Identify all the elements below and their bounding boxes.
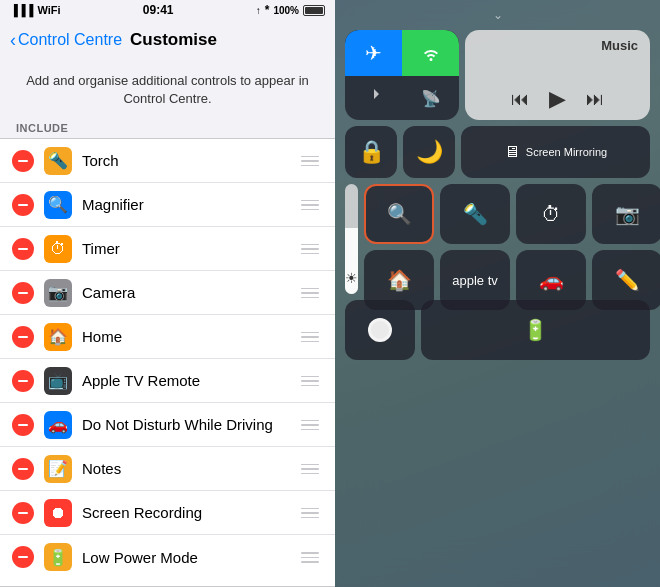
- remove-dnd-driving-button[interactable]: [12, 414, 34, 436]
- torch-tile[interactable]: 🔦: [440, 184, 510, 244]
- cc-content: ⌄ ✈ 📡 Music ⏮: [335, 0, 660, 587]
- remove-home-button[interactable]: [12, 326, 34, 348]
- back-button[interactable]: ‹ Control Centre: [10, 30, 122, 51]
- list-item-appletv: 📺Apple TV Remote: [0, 359, 335, 403]
- music-controls: ⏮ ▶ ⏭: [477, 86, 638, 112]
- dnd-driving-drag-handle[interactable]: [297, 416, 323, 435]
- bluetooth-icon: *: [265, 3, 270, 17]
- bluetooth-toggle-button[interactable]: [345, 76, 402, 120]
- list-item-timer: ⏱Timer: [0, 227, 335, 271]
- magnifier-label: Magnifier: [82, 196, 287, 213]
- camera-icon: 📷: [44, 279, 72, 307]
- screen-mirroring-button[interactable]: 🖥 Screen Mirroring: [461, 126, 650, 178]
- remove-notes-button[interactable]: [12, 458, 34, 480]
- grid-row-a: 🔍 🔦 ⏱ 📷: [364, 184, 660, 244]
- list-item-home: 🏠Home: [0, 315, 335, 359]
- magnifier-icon: 🔍: [44, 191, 72, 219]
- remove-torch-button[interactable]: [12, 150, 34, 172]
- rotation-lock-button[interactable]: 🔒: [345, 126, 397, 178]
- screen-recording-label: Screen Recording: [82, 504, 287, 521]
- screen-mirroring-label: Screen Mirroring: [526, 146, 607, 158]
- prev-track-icon[interactable]: ⏮: [511, 89, 529, 110]
- dnd-driving-label: Do Not Disturb While Driving: [82, 416, 287, 433]
- cellular-button[interactable]: 📡: [402, 76, 459, 120]
- do-not-disturb-button[interactable]: 🌙: [403, 126, 455, 178]
- back-label[interactable]: Control Centre: [18, 31, 122, 49]
- low-power-tile[interactable]: 🔋: [421, 300, 650, 360]
- status-signal: ▐▐▐ WiFi: [10, 4, 61, 16]
- cc-row-2: 🔒 🌙 🖥 Screen Mirroring: [345, 126, 650, 178]
- grid-tiles-middle: 🔍 🔦 ⏱ 📷 🏠 apple tv 🚗 ✏️: [364, 184, 660, 294]
- brightness-icon: ☀: [345, 270, 358, 286]
- screen-mirror-icon: 🖥: [504, 143, 520, 161]
- status-right: ↑ * 100%: [256, 3, 325, 17]
- wifi-icon: WiFi: [37, 4, 60, 16]
- home-icon: 🏠: [44, 323, 72, 351]
- signal-icon: ▐▐▐: [10, 4, 33, 16]
- home-drag-handle[interactable]: [297, 328, 323, 347]
- list-item-notes: 📝Notes: [0, 447, 335, 491]
- wifi-toggle-button[interactable]: [402, 30, 459, 76]
- next-track-icon[interactable]: ⏭: [586, 89, 604, 110]
- magnifier-drag-handle[interactable]: [297, 196, 323, 215]
- list-item-camera: 📷Camera: [0, 271, 335, 315]
- airplane-mode-button[interactable]: ✈: [345, 30, 402, 76]
- timer-icon: ⏱: [44, 235, 72, 263]
- magnifier-tile[interactable]: 🔍: [364, 184, 434, 244]
- timer-tile[interactable]: ⏱: [516, 184, 586, 244]
- play-button[interactable]: ▶: [549, 86, 566, 112]
- notes-drag-handle[interactable]: [297, 460, 323, 479]
- page-title: Customise: [130, 30, 217, 50]
- appletv-drag-handle[interactable]: [297, 372, 323, 391]
- timer-drag-handle[interactable]: [297, 240, 323, 259]
- controls-list: 🔦Torch🔍Magnifier⏱Timer📷Camera🏠Home📺Apple…: [0, 138, 335, 587]
- cc-chevron: ⌄: [493, 8, 503, 22]
- home-label: Home: [82, 328, 287, 345]
- music-title-label: Music: [477, 38, 638, 53]
- cc-row-1: ✈ 📡 Music ⏮ ▶ ⏭: [345, 30, 650, 120]
- notes-label: Notes: [82, 460, 287, 477]
- back-chevron-icon: ‹: [10, 30, 16, 51]
- screen-recording-icon: ⏺: [44, 499, 72, 527]
- remove-low-power-button[interactable]: [12, 546, 34, 568]
- camera-drag-handle[interactable]: [297, 284, 323, 303]
- low-power-drag-handle[interactable]: [297, 548, 323, 567]
- remove-magnifier-button[interactable]: [12, 194, 34, 216]
- battery-body: [303, 5, 325, 16]
- arrow-icon: ↑: [256, 5, 261, 16]
- timer-label: Timer: [82, 240, 287, 257]
- screen-recording-drag-handle[interactable]: [297, 504, 323, 523]
- appletv-label: Apple TV Remote: [82, 372, 287, 389]
- list-item-screen-recording: ⏺Screen Recording: [0, 491, 335, 535]
- camera-tile[interactable]: 📷: [592, 184, 660, 244]
- torch-label: Torch: [82, 152, 287, 169]
- low-power-label: Low Power Mode: [82, 549, 287, 566]
- status-bar: ▐▐▐ WiFi 09:41 ↑ * 100%: [0, 0, 335, 20]
- remove-screen-recording-button[interactable]: [12, 502, 34, 524]
- low-power-icon: 🔋: [44, 543, 72, 571]
- list-item-torch: 🔦Torch: [0, 139, 335, 183]
- remove-camera-button[interactable]: [12, 282, 34, 304]
- music-tile[interactable]: Music ⏮ ▶ ⏭: [465, 30, 650, 120]
- status-time: 09:41: [143, 3, 174, 17]
- remove-timer-button[interactable]: [12, 238, 34, 260]
- section-header-include: INCLUDE: [0, 116, 335, 138]
- screen-record-tile[interactable]: [345, 300, 415, 360]
- nav-bar: ‹ Control Centre Customise: [0, 20, 335, 60]
- appletv-icon: 📺: [44, 367, 72, 395]
- remove-appletv-button[interactable]: [12, 370, 34, 392]
- battery-icon: 100%: [273, 5, 299, 16]
- cc-row-4: 🔋: [345, 300, 650, 360]
- page-description: Add and organise additional controls to …: [0, 60, 335, 116]
- list-item-dnd-driving: 🚗Do Not Disturb While Driving: [0, 403, 335, 447]
- cc-row-3: ☀ 🔍 🔦 ⏱ 📷 🏠 apple tv 🚗 ✏️: [345, 184, 650, 294]
- record-inner-icon: [368, 318, 392, 342]
- brightness-slider[interactable]: ☀: [345, 184, 358, 294]
- torch-drag-handle[interactable]: [297, 152, 323, 171]
- right-panel: ⌄ ✈ 📡 Music ⏮: [335, 0, 660, 587]
- list-item-low-power: 🔋Low Power Mode: [0, 535, 335, 579]
- connectivity-block[interactable]: ✈ 📡: [345, 30, 459, 120]
- left-panel: ▐▐▐ WiFi 09:41 ↑ * 100% ‹ Control Centre…: [0, 0, 335, 587]
- dnd-driving-icon: 🚗: [44, 411, 72, 439]
- list-item-magnifier: 🔍Magnifier: [0, 183, 335, 227]
